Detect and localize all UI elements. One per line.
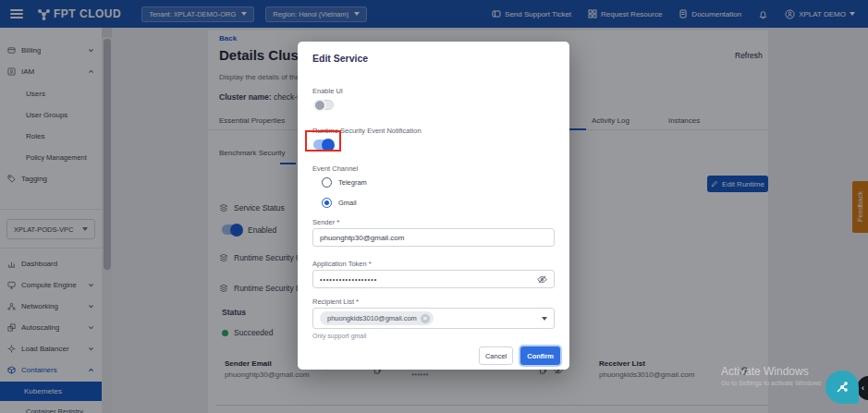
enable-ui-label: Enable UI <box>312 87 343 95</box>
radio-telegram[interactable] <box>322 177 332 188</box>
application-token-input[interactable]: •••••••••••••••••• <box>312 270 555 288</box>
token-field-label: Application Token * <box>312 260 372 268</box>
windows-watermark: Activate Windows Go to Settings to activ… <box>721 365 822 386</box>
watermark-line2: Go to Settings to activate Windows <box>721 380 822 386</box>
eye-off-icon[interactable] <box>537 274 547 285</box>
chat-bubble-button[interactable] <box>825 370 859 404</box>
enable-ui-toggle[interactable] <box>313 100 334 110</box>
recipient-field-label: Recipient List * <box>312 298 359 306</box>
sender-field-label: Sender * <box>312 218 339 226</box>
token-input-value: •••••••••••••••••• <box>320 276 377 283</box>
radio-gmail-label: Gmail <box>338 199 357 207</box>
remove-recipient-icon[interactable]: ✕ <box>421 314 430 323</box>
gmail-hint: Only support gmail <box>312 333 366 339</box>
recipient-chip-label: phuongkids3010@gmail.com <box>327 314 417 322</box>
sender-input-value: phuonghtp30@gmail.com <box>320 234 404 242</box>
radio-telegram-label: Telegram <box>338 178 367 187</box>
radio-gmail-row[interactable]: Gmail <box>322 198 357 208</box>
confirm-button[interactable]: Confirm <box>520 346 560 365</box>
edit-service-modal: Edit Service Enable UI Runtime Security … <box>298 42 569 370</box>
modal-title: Edit Service <box>312 53 368 64</box>
radio-gmail[interactable] <box>322 198 332 208</box>
annotation-highlight-box <box>305 130 341 152</box>
radio-telegram-row[interactable]: Telegram <box>322 177 367 188</box>
chevron-down-icon[interactable] <box>542 317 547 321</box>
watermark-line1: Activate Windows <box>721 365 822 378</box>
sender-input[interactable]: phuonghtp30@gmail.com <box>312 228 555 247</box>
cancel-button[interactable]: Cancel <box>479 346 513 365</box>
recipient-chip: phuongkids3010@gmail.com ✕ <box>320 311 434 325</box>
event-channel-label: Event Channel <box>312 164 358 173</box>
recipient-list-input[interactable]: phuongkids3010@gmail.com ✕ <box>312 308 555 329</box>
screen: FPT CLOUD Tenant: XPLAT-DEMO-ORG Region:… <box>0 0 868 413</box>
fpt-chat-icon <box>835 380 850 395</box>
